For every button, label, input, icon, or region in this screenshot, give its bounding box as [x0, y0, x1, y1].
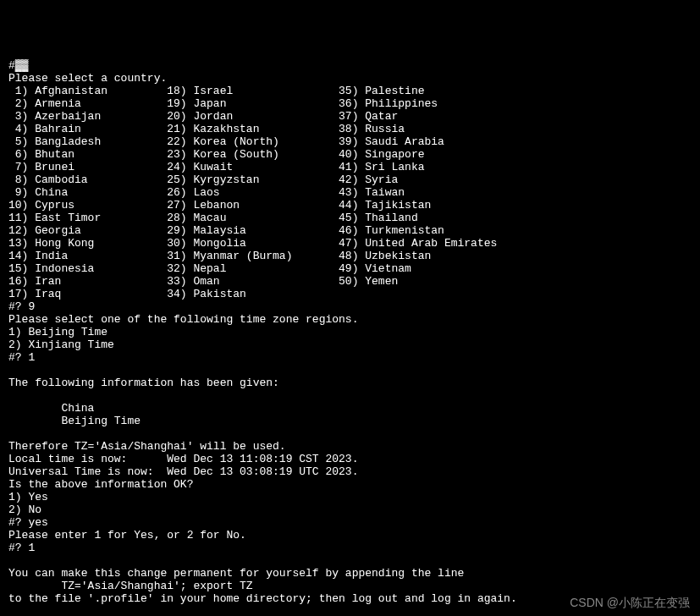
country-row: 4) Bahrain 21) Kazakhstan 38) Russia — [8, 123, 405, 135]
country-row: 7) Brunei 24) Kuwait 41) Sri Lanka — [8, 161, 424, 173]
confirm-option: 2) No — [8, 503, 41, 516]
tz-option: 1) Beijing Time — [8, 326, 107, 338]
country-row: 16) Iran 33) Oman 50) Yemen — [8, 275, 398, 288]
country-row: 2) Armenia 19) Japan 36) Philippines — [8, 97, 438, 110]
country-row: 3) Azerbaijan 20) Jordan 37) Qatar — [8, 110, 398, 123]
country-row: 5) Bangladesh 22) Korea (North) 39) Saud… — [8, 135, 444, 148]
info-line: Beijing Time — [8, 415, 141, 427]
reprompt-line: Please enter 1 for Yes, or 2 for No. — [8, 529, 246, 542]
country-row: 14) India 31) Myanmar (Burma) 48) Uzbeki… — [8, 250, 431, 262]
country-prompt: Please select a country. — [8, 72, 167, 85]
user-input: #? 1 — [8, 542, 35, 554]
country-row: 17) Iraq 34) Pakistan — [8, 288, 339, 300]
terminal-output[interactable]: #▓▓ Please select a country. 1) Afghanis… — [8, 59, 692, 616]
country-row: 12) Georgia 29) Malaysia 46) Turkmenista… — [8, 224, 444, 237]
country-row: 8) Cambodia 25) Kyrgyzstan 42) Syria — [8, 173, 398, 186]
permanent-line: to the file '.profile' in your home dire… — [8, 592, 517, 605]
user-input: #? 9 — [8, 300, 35, 313]
country-row: 11) East Timor 28) Macau 45) Thailand — [8, 212, 418, 224]
scrubbed-line: #▓▓ — [8, 59, 28, 72]
permanent-line: You can make this change permanent for y… — [8, 567, 464, 580]
local-time-line: Local time is now: Wed Dec 13 11:08:19 C… — [8, 453, 358, 465]
permanent-line: TZ='Asia/Shanghai'; export TZ — [8, 580, 253, 592]
user-input: #? yes — [8, 516, 48, 529]
utc-time-line: Universal Time is now: Wed Dec 13 03:08:… — [8, 465, 358, 478]
tz-region-prompt: Please select one of the following time … — [8, 313, 358, 326]
therefore-line: Therefore TZ='Asia/Shanghai' will be use… — [8, 440, 286, 453]
country-row: 1) Afghanistan 18) Israel 35) Palestine — [8, 85, 424, 97]
country-row: 13) Hong Kong 30) Mongolia 47) United Ar… — [8, 237, 497, 250]
country-row: 10) Cyprus 27) Lebanon 44) Tajikistan — [8, 199, 431, 212]
country-row: 15) Indonesia 32) Nepal 49) Vietnam — [8, 262, 411, 275]
country-row: 6) Bhutan 23) Korea (South) 40) Singapor… — [8, 148, 424, 161]
country-row: 9) China 26) Laos 43) Taiwan — [8, 186, 405, 199]
confirm-prompt: Is the above information OK? — [8, 478, 193, 491]
confirm-option: 1) Yes — [8, 491, 48, 503]
info-line: China — [8, 402, 94, 415]
user-input: #? 1 — [8, 351, 35, 364]
tz-option: 2) Xinjiang Time — [8, 338, 114, 351]
info-header: The following information has been given… — [8, 377, 279, 389]
watermark: CSDN @小陈正在变强 — [570, 597, 690, 609]
